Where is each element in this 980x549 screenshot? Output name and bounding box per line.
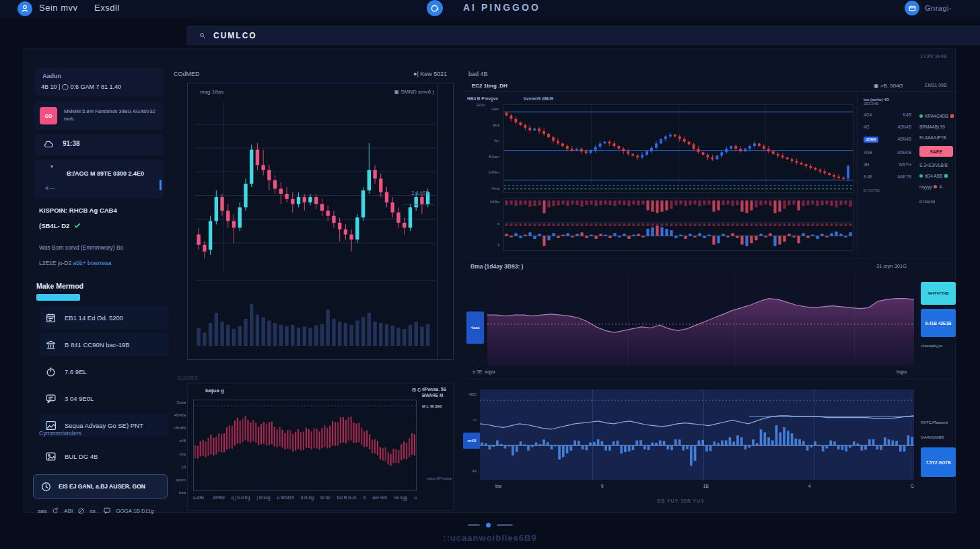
xtick-label: br bs [320, 495, 330, 500]
lower-right-1: dPwvaa. 5B [422, 386, 452, 392]
mountain-icon [45, 420, 57, 431]
main-price-label: 2.1467 [411, 190, 429, 196]
ytick-label: a [497, 221, 499, 225]
xtick-label: bU B G-G [337, 495, 357, 500]
card-icon [908, 4, 917, 13]
penguin-logo-icon [430, 3, 440, 13]
right-divider-top [465, 91, 956, 92]
person-icon [20, 4, 30, 13]
brand-logo-icon[interactable] [427, 0, 443, 16]
sidebar-note-4-row: L2E1E jo-D2 abb+ bownswa [39, 260, 112, 266]
ytick-label: m [473, 418, 477, 422]
xtick-label: 9 [601, 484, 604, 488]
sidebar-item[interactable]: 7.6 9EL [40, 360, 169, 383]
sidebar-status-card[interactable]: Aadun 4B 10 | ◯ 0:6 GAM 7 81 1.40 [34, 68, 164, 96]
search-input-value[interactable]: CUMLCO [213, 31, 257, 40]
right-candlestick-chart[interactable] [503, 104, 853, 193]
nav-item-1[interactable]: Sein mvv [39, 3, 77, 13]
sidebar-alert-tile[interactable]: GO MMMM 5.8% Fambinvb 34BG AGAbV3Z mvb. [34, 102, 164, 130]
legend-item[interactable]: KRA4G4DB [919, 114, 957, 118]
price-tick: 4G [864, 124, 870, 129]
right-oscillator-chart[interactable] [503, 198, 853, 251]
xtick-label: 4 [808, 484, 811, 488]
user-avatar-icon[interactable] [18, 1, 32, 16]
green-square-icon [944, 174, 948, 178]
legend-item[interactable]: S.3<E3/VLB/B [919, 163, 957, 168]
right-price-axis: bw (awfw) 4D 2EE34B 4G4K4B4GA5N4B45BBA5N… [858, 94, 914, 255]
sidebar-dropdown[interactable]: ▾ B:/AGG M 89TE 0300 2.4E0 4:— [34, 159, 164, 198]
sidebar-cloud-row[interactable]: 91:38 [34, 134, 164, 155]
blue-right-text-1: RATCATawwrd [921, 420, 948, 425]
account-label[interactable]: Gnragi· [925, 4, 952, 12]
purple-button-2[interactable]: 9.41B 43E1B [921, 309, 956, 337]
xtick-label: avv GG [372, 495, 387, 500]
sidebar-note-4-link[interactable]: abb+ bownswa [73, 260, 112, 266]
main-candlestick-chart[interactable] [195, 102, 435, 272]
search-bar[interactable]: CUMLCO [186, 26, 980, 46]
sidebar-item[interactable]: EB1 14 Ed Od. 5200 [40, 306, 169, 329]
right-panel-corner: EM31 09B [925, 83, 947, 87]
purple-left-tag[interactable]: 4aaa [466, 312, 484, 344]
sidebar-note-2-row: (SB4L- D2 [39, 221, 81, 229]
legend-item[interactable]: 9AEE [919, 146, 957, 157]
sell-button[interactable]: 9AEE [919, 146, 953, 157]
top-bar: Sein mvv Exsdll AI PINGGOO Gnragi· [0, 0, 980, 17]
sidebar-link[interactable]: Cymmmrtanders [39, 430, 81, 437]
sidebar-note-3: Was Bom corvd (Emmmwory) Bo [39, 244, 123, 251]
legend-item[interactable]: myyyy4 . . [919, 184, 957, 189]
right-panel-meta: ▣ >B. 504G [874, 83, 903, 89]
lower-histogram-chart[interactable] [193, 400, 417, 491]
bank-icon [45, 339, 57, 351]
xtick-label: 1B [703, 484, 709, 488]
sidebar-item[interactable]: 3 04 9E0L [40, 387, 169, 410]
green-dot-icon [919, 174, 923, 178]
ytick-label: 4m [494, 139, 499, 143]
legend-item[interactable]: ELAAA/UP?B [919, 135, 957, 140]
lower-chart-label: bajua g [205, 388, 224, 394]
pager-dash-1[interactable] [468, 524, 480, 526]
pagination [0, 523, 980, 527]
price-value: bAETB [897, 174, 911, 179]
chevron-down-icon[interactable]: ▾ [50, 163, 53, 170]
main-volume-chart[interactable] [195, 280, 435, 346]
sidebar-item[interactable]: B 841 CC90N bac-19B [40, 333, 169, 356]
sidebar-item[interactable]: BUL DG 4B [40, 445, 169, 468]
progress-bar[interactable] [36, 294, 80, 301]
nav-item-2[interactable]: Exsdll [94, 3, 120, 13]
scrollbar-thumb[interactable] [160, 180, 162, 190]
purple-button-1[interactable]: 4A4T4YTHD [921, 282, 956, 305]
refresh-icon[interactable] [51, 507, 59, 515]
lower-right-icons[interactable]: I5 C [412, 388, 421, 392]
xtick-label: u-d9v [193, 495, 204, 500]
sidebar-item-label: 3 04 9E0L [65, 395, 94, 402]
pager-dash-2[interactable] [497, 524, 513, 526]
price-tick: 4G4 [864, 112, 872, 117]
brand-title: AI PINGGOO [463, 2, 540, 13]
chat-box-icon[interactable] [103, 507, 111, 515]
blue-caption: GB YUY 30B YUY [657, 499, 705, 503]
purple-area-chart[interactable] [487, 274, 914, 365]
ban-icon[interactable] [77, 507, 85, 515]
green-dot-icon [919, 114, 923, 118]
ytick-label: 4a [472, 469, 477, 473]
blue-left-tag[interactable]: m4B [463, 433, 481, 449]
purple-title: Bma (1d4ay 3B93: ) [470, 263, 523, 270]
legend-item[interactable]: DY93198 [919, 200, 957, 204]
status-line: 4B 10 | ◯ 0:6 GAM 7 81 1.40 [41, 83, 121, 90]
account-icon[interactable] [905, 1, 919, 15]
ytick-label: c48 [179, 439, 186, 443]
price-axis-row: 4GA5N4B [864, 124, 911, 129]
price-value: A5N4B [897, 137, 911, 143]
blue-button[interactable]: 7.5Y2 GO7B [921, 447, 956, 477]
price-axis-divider [438, 83, 438, 359]
legend-item[interactable]: BRMA4B) 99 [919, 124, 957, 129]
ytick-label: 4B48a [174, 413, 186, 417]
pager-dot-active[interactable] [486, 523, 491, 527]
main-chart-meta[interactable]: ▣ SMND smv6 ) [394, 89, 434, 95]
legend-item[interactable]: bD4 ABB [919, 174, 957, 178]
sidebar-highlight-item[interactable]: EIS EJ GANL a.BJ AUSER. GON [33, 474, 168, 499]
sidebar-item-label: B 841 CC90N bac-19B [65, 341, 130, 349]
highlight-label: EIS EJ GANL a.BJ AUSER. GON [59, 483, 145, 490]
blue-oscillator-chart[interactable] [480, 390, 914, 480]
chat-icon [45, 393, 57, 404]
